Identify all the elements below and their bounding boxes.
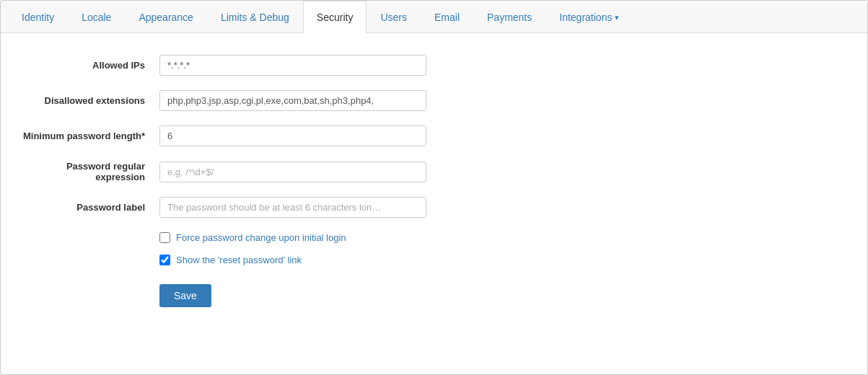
tab-bar: Identity Locale Appearance Limits & Debu… <box>1 1 867 33</box>
password-label-input[interactable] <box>159 197 426 218</box>
settings-window: Identity Locale Appearance Limits & Debu… <box>0 0 868 375</box>
tab-integrations-label: Integrations <box>559 12 612 23</box>
allowed-ips-label: Allowed IPs <box>15 60 159 71</box>
disallowed-extensions-group: Disallowed extensions <box>15 90 853 111</box>
force-password-change-group: Force password change upon initial login <box>15 232 853 243</box>
min-password-length-group: Minimum password length* <box>15 125 853 146</box>
show-reset-link-label[interactable]: Show the 'reset password' link <box>176 255 302 265</box>
tab-locale[interactable]: Locale <box>68 1 125 33</box>
password-label-group: Password label <box>15 197 853 218</box>
save-button-wrapper: Save <box>15 277 853 307</box>
tab-appearance[interactable]: Appearance <box>125 1 207 33</box>
tab-integrations[interactable]: Integrations ▾ <box>545 1 633 33</box>
tab-limits-debug[interactable]: Limits & Debug <box>207 1 303 33</box>
show-reset-link-checkbox[interactable] <box>159 255 170 265</box>
tab-users[interactable]: Users <box>367 1 421 33</box>
allowed-ips-group: Allowed IPs <box>15 55 853 76</box>
disallowed-extensions-label: Disallowed extensions <box>15 95 159 106</box>
tab-identity[interactable]: Identity <box>8 1 68 33</box>
tab-email[interactable]: Email <box>421 1 473 33</box>
disallowed-extensions-input[interactable] <box>159 90 426 111</box>
chevron-down-icon: ▾ <box>615 13 619 22</box>
password-regex-group: Password regular expression <box>15 161 853 182</box>
tab-payments[interactable]: Payments <box>473 1 545 33</box>
force-password-change-checkbox[interactable] <box>159 232 170 243</box>
password-regex-label: Password regular expression <box>15 161 159 182</box>
show-reset-link-group: Show the 'reset password' link <box>15 255 853 265</box>
allowed-ips-input[interactable] <box>159 55 426 76</box>
tab-security[interactable]: Security <box>303 1 367 33</box>
password-regex-input[interactable] <box>159 162 426 182</box>
min-password-length-input[interactable] <box>159 125 426 146</box>
form-content: Allowed IPs Disallowed extensions Minimu… <box>1 33 867 329</box>
min-password-length-label: Minimum password length* <box>15 131 159 141</box>
save-button[interactable]: Save <box>159 284 211 307</box>
force-password-change-label[interactable]: Force password change upon initial login <box>176 232 346 243</box>
password-label-label: Password label <box>15 202 159 213</box>
